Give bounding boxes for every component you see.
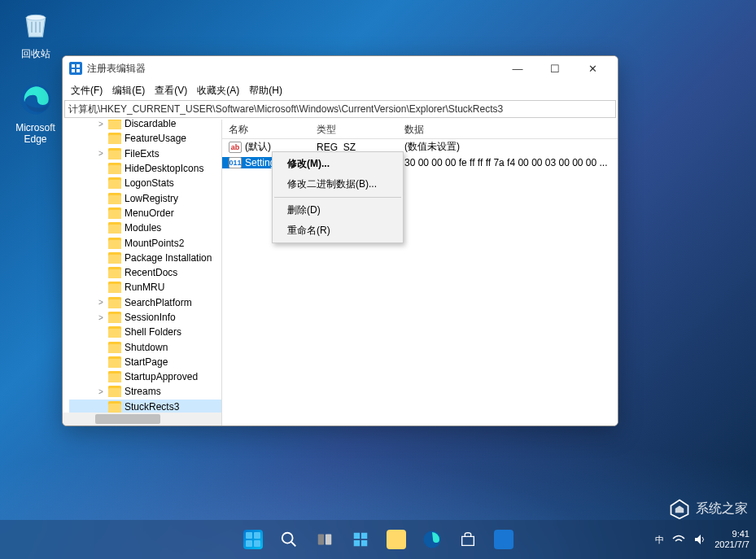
svg-rect-2 <box>72 64 75 68</box>
expand-icon[interactable]: > <box>98 387 107 396</box>
horizontal-scrollbar[interactable] <box>63 413 221 426</box>
context-delete[interactable]: 删除(D) <box>273 200 403 221</box>
taskbar-taskview[interactable] <box>308 523 341 556</box>
tree-item-menuorder[interactable]: MenuOrder <box>69 206 221 221</box>
system-tray[interactable]: 中 9:41 2021/7/7 <box>655 520 749 559</box>
menu-file[interactable]: 文件(F) <box>66 82 107 99</box>
tree-item-featureusage[interactable]: FeatureUsage <box>69 131 221 146</box>
tree-item-label: Discardable <box>125 120 176 129</box>
tree-pane[interactable]: >DiscardableFeatureUsage>FileExtsHideDes… <box>63 120 222 426</box>
tree-item-recentdocs[interactable]: RecentDocs <box>69 265 221 280</box>
folder-icon <box>108 282 121 293</box>
tree-item-package-installation[interactable]: Package Installation <box>69 251 221 265</box>
tree-item-label: LogonStats <box>125 177 174 189</box>
menu-favorites[interactable]: 收藏夹(A) <box>192 82 244 99</box>
expand-icon[interactable]: > <box>98 313 107 322</box>
svg-line-7 <box>291 542 295 547</box>
tree-item-label: Package Installation <box>125 252 212 264</box>
close-button[interactable]: ✕ <box>574 56 611 81</box>
value-data: 30 00 00 00 fe ff ff ff 7a f4 00 00 03 0… <box>398 157 618 168</box>
folder-icon <box>387 530 406 549</box>
tree-item-label: Shell Folders <box>125 326 181 338</box>
expand-icon[interactable]: > <box>98 298 107 307</box>
tree-item-runmru[interactable]: RunMRU <box>69 280 221 295</box>
taskbar-widgets[interactable] <box>344 523 377 556</box>
tree-item-startpage[interactable]: StartPage <box>69 355 221 369</box>
network-icon[interactable] <box>672 533 685 546</box>
taskbar-explorer[interactable] <box>380 523 413 556</box>
context-menu: 修改(M)... 修改二进制数据(B)... 删除(D) 重命名(R) <box>272 151 404 243</box>
taskbar-store[interactable] <box>452 523 484 556</box>
tree-item-label: StartupApproved <box>125 371 198 382</box>
tree-item-streams[interactable]: >Streams <box>69 384 221 399</box>
value-data: (数值未设置) <box>398 140 618 154</box>
store-icon <box>459 531 477 548</box>
watermark: 系统之家 <box>668 497 748 520</box>
column-type[interactable]: 类型 <box>310 120 398 138</box>
svg-rect-11 <box>361 533 366 539</box>
desktop-icon-recycle-bin[interactable]: 回收站 <box>5 5 66 61</box>
string-value-icon: ab <box>229 142 242 153</box>
list-header: 名称 类型 数据 <box>222 120 618 139</box>
menubar: 文件(F) 编辑(E) 查看(V) 收藏夹(A) 帮助(H) <box>63 81 618 100</box>
tree-item-hidedesktopicons[interactable]: HideDesktopIcons <box>69 161 221 176</box>
folder-icon <box>108 207 121 219</box>
folder-icon <box>108 312 121 323</box>
tree-item-label: Modules <box>125 222 161 234</box>
menu-view[interactable]: 查看(V) <box>150 82 192 99</box>
tree-item-mountpoints2[interactable]: MountPoints2 <box>69 235 221 250</box>
menu-help[interactable]: 帮助(H) <box>244 82 287 99</box>
tree-item-shutdown[interactable]: Shutdown <box>69 339 221 354</box>
svg-point-6 <box>282 533 292 544</box>
tree-item-discardable[interactable]: >Discardable <box>69 120 221 131</box>
folder-icon <box>108 342 121 353</box>
taskbar-search[interactable] <box>273 523 305 556</box>
titlebar[interactable]: 注册表编辑器 — ☐ ✕ <box>63 56 618 81</box>
column-data[interactable]: 数据 <box>398 120 618 138</box>
recycle-bin-icon <box>20 8 52 41</box>
expand-icon[interactable]: > <box>98 120 107 129</box>
folder-icon <box>108 193 121 204</box>
tree-item-shell-folders[interactable]: Shell Folders <box>69 325 221 339</box>
context-separator <box>274 197 401 198</box>
tree-item-label: Streams <box>125 386 161 397</box>
desktop-icon-edge[interactable]: Microsoft Edge <box>5 80 66 145</box>
address-bar[interactable]: 计算机\HKEY_CURRENT_USER\Software\Microsoft… <box>64 100 616 118</box>
folder-icon <box>108 177 121 189</box>
folder-icon <box>108 222 121 234</box>
taskbar-edge[interactable] <box>416 523 448 556</box>
tray-date[interactable]: 2021/7/7 <box>714 539 749 550</box>
start-button[interactable] <box>237 523 269 556</box>
folder-icon <box>108 238 121 249</box>
tree-item-startupapproved[interactable]: StartupApproved <box>69 369 221 384</box>
window-title: 注册表编辑器 <box>87 62 499 76</box>
tree-item-label: MenuOrder <box>125 207 174 219</box>
tree-item-logonstats[interactable]: LogonStats <box>69 176 221 190</box>
tree-item-sessioninfo[interactable]: >SessionInfo <box>69 310 221 325</box>
maximize-button[interactable]: ☐ <box>536 56 574 81</box>
expand-icon[interactable]: > <box>98 149 107 158</box>
tree-item-label: FileExts <box>125 148 160 159</box>
taskbar-regedit[interactable] <box>487 523 520 556</box>
tree-item-label: SessionInfo <box>125 312 176 323</box>
column-name[interactable]: 名称 <box>222 120 310 138</box>
tree-item-lowregistry[interactable]: LowRegistry <box>69 190 221 205</box>
folder-icon <box>108 133 121 144</box>
context-rename[interactable]: 重命名(R) <box>273 221 403 241</box>
volume-icon[interactable] <box>693 533 706 546</box>
folder-icon <box>108 401 121 413</box>
tree-item-searchplatform[interactable]: >SearchPlatform <box>69 295 221 310</box>
tree-item-fileexts[interactable]: >FileExts <box>69 146 221 161</box>
tree-item-label: LowRegistry <box>125 193 178 204</box>
tray-ime[interactable]: 中 <box>655 534 664 546</box>
folder-icon <box>108 267 121 278</box>
folder-icon <box>108 371 121 382</box>
tree-item-modules[interactable]: Modules <box>69 221 221 235</box>
svg-rect-8 <box>317 535 323 545</box>
folder-icon <box>108 163 121 174</box>
tray-time[interactable]: 9:41 <box>714 529 749 539</box>
context-modify[interactable]: 修改(M)... <box>273 154 403 174</box>
minimize-button[interactable]: — <box>499 56 536 81</box>
menu-edit[interactable]: 编辑(E) <box>107 82 150 99</box>
context-modify-binary[interactable]: 修改二进制数据(B)... <box>273 174 403 194</box>
